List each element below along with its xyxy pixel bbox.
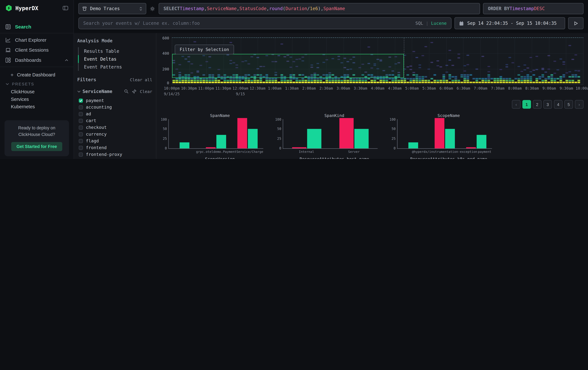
heatmap-cell <box>223 82 226 83</box>
filter-by-selection-button[interactable]: Filter by Selection <box>175 45 234 54</box>
analysis-mode-event-patterns[interactable]: Event Patterns <box>79 63 152 71</box>
sql-select-input[interactable]: SELECT Timestamp, ServiceName, StatusCod… <box>158 3 480 14</box>
checkbox-unchecked[interactable] <box>79 125 83 130</box>
heatmap-cell <box>178 78 181 79</box>
heatmap-x-tick: 4:30am <box>388 86 401 90</box>
heatmap-x-tick: 2:30am <box>319 86 333 90</box>
heatmap-cell <box>346 82 349 83</box>
analysis-mode-results-table[interactable]: Results Table <box>79 47 152 55</box>
checkbox-unchecked[interactable] <box>79 132 83 136</box>
pagination-next-button[interactable]: › <box>575 100 584 109</box>
heatmap-cell <box>386 82 388 83</box>
checkbox-checked[interactable] <box>79 98 83 102</box>
preset-item-services[interactable]: Services <box>0 96 74 103</box>
date-range-picker[interactable]: Sep 14 22:04:35 - Sep 15 10:04:35 <box>454 17 565 29</box>
pagination-prev-button[interactable]: ‹ <box>512 100 521 109</box>
preset-item-clickhouse[interactable]: ClickHouse <box>0 88 74 96</box>
query-token: DESC <box>534 6 545 11</box>
search-icon[interactable] <box>124 89 129 94</box>
checkbox-unchecked[interactable] <box>79 139 83 143</box>
clear-filter-button[interactable]: Clear <box>140 89 152 94</box>
filter-checkbox-item[interactable]: checkout <box>77 124 152 131</box>
heatmap-cell <box>566 82 568 83</box>
pagination-page-4[interactable]: 4 <box>554 100 563 109</box>
selection-rectangle[interactable] <box>172 54 404 78</box>
get-started-button[interactable]: Get Started for Free <box>11 142 62 151</box>
clear-all-button[interactable]: Clear all <box>130 77 152 82</box>
heatmap-cell <box>568 76 571 78</box>
heatmap-cell <box>239 82 241 83</box>
heatmap-cell <box>412 80 415 81</box>
pagination-page-5[interactable]: 5 <box>564 100 573 109</box>
filter-checkbox-item[interactable]: payment <box>77 97 152 104</box>
database-icon <box>82 6 87 11</box>
filter-checkbox-item[interactable]: frontend <box>77 144 152 151</box>
sql-toggle[interactable]: SQL <box>415 20 423 26</box>
sidebar-item-search[interactable]: Search <box>0 22 74 32</box>
heatmap-cell <box>475 78 478 79</box>
heatmap-cell <box>392 80 394 81</box>
filters-header: Filters Clear all <box>77 77 152 82</box>
heatmap-cell <box>512 62 514 63</box>
sidebar-item-chart-explorer[interactable]: Chart Explorer <box>0 35 74 45</box>
checkbox-unchecked[interactable] <box>79 119 83 123</box>
heatmap-cell <box>512 82 514 83</box>
bar-green <box>216 135 226 149</box>
pagination-page-1[interactable]: 1 <box>522 100 531 109</box>
filter-checkbox-item[interactable]: currency <box>77 131 152 138</box>
run-query-button[interactable] <box>568 17 584 29</box>
create-dashboard-button[interactable]: + Create Dashboard <box>0 71 74 79</box>
play-icon <box>573 21 578 26</box>
heatmap-cell <box>566 80 568 81</box>
heatmap-cell <box>307 80 310 81</box>
preset-item-kubernetes[interactable]: Kubernetes <box>0 103 74 111</box>
heatmap-cell <box>412 78 415 79</box>
heatmap-cell <box>521 78 523 79</box>
source-select[interactable]: Demo Traces <box>78 3 146 14</box>
heatmap-cell <box>343 78 346 79</box>
filter-checkbox-item[interactable]: ad <box>77 110 152 117</box>
chevron-down-icon <box>77 90 81 93</box>
sidebar-item-client-sessions[interactable]: Client Sessions <box>0 45 74 55</box>
pagination-page-2[interactable]: 2 <box>533 100 542 109</box>
gear-icon[interactable] <box>150 6 155 11</box>
heatmap-cell <box>247 80 250 81</box>
checkbox-unchecked[interactable] <box>79 152 83 157</box>
filter-checkbox-item[interactable]: accounting <box>77 104 152 110</box>
chart-y-tick: 0 <box>165 147 167 150</box>
checkbox-unchecked[interactable] <box>79 112 83 116</box>
heatmap-cell <box>205 80 208 81</box>
heatmap-x-tick: 11:00pm <box>198 86 214 90</box>
search-input[interactable]: Search your events w/ Lucene ex. column:… <box>78 17 452 29</box>
order-by-input[interactable]: ORDER BY Timestamp DESC <box>483 3 584 14</box>
sidebar-collapse-icon[interactable] <box>63 5 68 11</box>
events-heatmap[interactable]: Filter by Selection <box>172 38 584 85</box>
lucene-toggle[interactable]: Lucene <box>431 20 447 26</box>
clickhouse-cloud-promo: Ready to deploy on ClickHouse Cloud? Get… <box>4 120 69 156</box>
heatmap-cell <box>547 78 550 79</box>
filter-checkbox-item[interactable]: frontend-proxy <box>77 151 152 158</box>
bar-red <box>206 147 216 148</box>
heatmap-cell <box>484 82 487 83</box>
checkbox-unchecked[interactable] <box>79 105 83 109</box>
heatmap-cell <box>200 82 202 83</box>
bar-group <box>200 119 232 149</box>
heatmap-cell <box>181 78 184 79</box>
heatmap-cell <box>185 82 187 83</box>
pagination-page-3[interactable]: 3 <box>543 100 552 109</box>
filters-title: Filters <box>77 77 130 82</box>
filter-checkbox-item[interactable]: load-generator <box>77 158 152 159</box>
pin-icon[interactable] <box>132 89 136 94</box>
analysis-mode-event-deltas[interactable]: Event Deltas <box>79 55 152 63</box>
heatmap-cell <box>442 80 445 81</box>
bar-red <box>466 147 476 148</box>
heatmap-cell <box>508 80 511 81</box>
checkbox-unchecked[interactable] <box>79 146 83 150</box>
sidebar-item-dashboards[interactable]: Dashboards <box>0 55 74 65</box>
filter-checkbox-item[interactable]: flagd <box>77 138 152 144</box>
filter-checkbox-item[interactable]: cart <box>77 117 152 124</box>
filter-section-name[interactable]: ServiceName <box>83 89 121 94</box>
chart-y-axis: 02550100 <box>387 119 397 149</box>
presets-header[interactable]: PRESETS <box>0 80 74 88</box>
heatmap-cell <box>452 76 454 78</box>
